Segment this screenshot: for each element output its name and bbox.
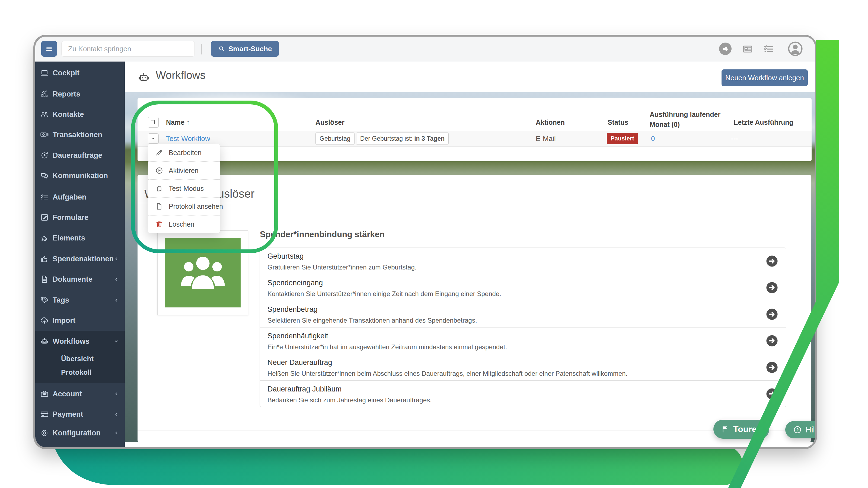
context-menu-item-aktivieren[interactable]: Aktivieren (148, 161, 220, 179)
document-icon (40, 274, 49, 284)
column-name-label: Name (166, 119, 184, 126)
trigger-row-spendenhaufigkeit[interactable]: SpendenhäufigkeitEin*e Unterstützer*in h… (260, 327, 786, 354)
sidebar-item-label: Tags (53, 296, 69, 304)
pencil-icon (155, 149, 163, 157)
sidebar-item-label: Transaktionen (53, 131, 102, 139)
todo-list-icon[interactable] (763, 43, 775, 55)
sidebar-item-dauerauftrage[interactable]: Daueraufträge (35, 148, 125, 163)
new-workflow-button[interactable]: Neuen Workflow anlegen (721, 69, 808, 86)
sidebar-item-label: Elements (53, 234, 85, 242)
workflow-name-link[interactable]: Test-Workflow (166, 134, 210, 143)
help-button[interactable]: ? Hilfe (785, 421, 815, 438)
help-label: Hilfe (806, 425, 815, 434)
sidebar-subitem-protokoll[interactable]: Protokoll (35, 365, 125, 380)
trigger-row-spendenbetrag[interactable]: SpendenbetragSelektieren Sie eingehende … (260, 301, 786, 327)
trigger-description: Selektieren Sie eingehende Transaktionen… (268, 317, 477, 324)
sidebar-item-kommunikation[interactable]: Kommunikation (35, 168, 125, 183)
sidebar-item-kontakte[interactable]: Kontakte (35, 107, 125, 122)
arrow-right-circle-icon (765, 307, 779, 321)
sidebar-item-import[interactable]: Import (35, 313, 125, 328)
robot-icon (40, 337, 49, 346)
row-actions: E-Mail (536, 134, 556, 143)
sidebar-item-workflows[interactable]: Workflows (35, 334, 125, 349)
context-menu-item-bearbeiten[interactable]: Bearbeiten (148, 144, 220, 161)
sidebar-item-spendenaktionen[interactable]: Spendenaktionen (35, 251, 125, 266)
arrow-right-circle-icon (765, 281, 779, 295)
chevron-left-icon (113, 391, 119, 397)
menu-button[interactable] (41, 41, 57, 57)
sidebar-item-payment[interactable]: Payment (35, 407, 125, 422)
svg-text:?: ? (796, 427, 799, 432)
trigger-title: Spendenhäufigkeit (268, 332, 328, 340)
sidebar-item-dokumente[interactable]: Dokumente (35, 272, 125, 287)
flag-icon (721, 425, 730, 433)
sidebar-item-aufgaben[interactable]: Aufgaben (35, 190, 125, 205)
trigger-row-geburtstag[interactable]: GeburtstagGratulieren Sie Unterstützer*i… (260, 248, 786, 274)
context-menu-item-label: Protokoll ansehen (169, 202, 223, 210)
recurring-icon (40, 151, 49, 160)
section-heading: Spender*innenbindung stärken (260, 230, 384, 239)
sort-button[interactable] (148, 117, 159, 128)
trigger-title: Spendeneingang (268, 279, 323, 287)
page-header: Workflows Neuen Workflow anlegen (125, 62, 815, 92)
sidebar-item-label: Dokumente (53, 275, 93, 284)
smart-search-button[interactable]: Smart-Suche (211, 41, 279, 57)
trigger-row-neuer-dauerauftrag[interactable]: Neuer DauerauftragHeißen Sie Unterstütze… (260, 354, 786, 380)
chevron-left-icon (113, 256, 119, 262)
sidebar-item-label: Konfiguration (53, 429, 101, 437)
search-input[interactable] (61, 41, 195, 57)
sidebar-item-transaktionen[interactable]: Transaktionen (35, 127, 125, 142)
context-menu-item-label: Bearbeiten (169, 149, 202, 157)
caret-down-icon (150, 135, 156, 141)
trigger-description: Ein*e Unterstützer*in hat im ausgewählte… (268, 343, 507, 351)
row-actions-dropdown-button[interactable] (148, 133, 159, 144)
robot-icon (137, 71, 151, 84)
row-context-menu: BearbeitenAktivierenTest-ModusProtokoll … (148, 144, 220, 233)
workflow-table-row: Test-Workflow GeburtstagDer Geburtstag i… (137, 131, 812, 147)
play-icon (155, 166, 163, 174)
trigger-panel: Wähle einen Auslöser Spender*innenbindun… (137, 175, 811, 442)
card-icon (40, 410, 49, 419)
context-menu-item-label: Löschen (169, 220, 194, 228)
sidebar-subitem-ubersicht[interactable]: Übersicht (35, 351, 125, 366)
sidebar-item-cockpit[interactable]: Cockpit (35, 65, 125, 80)
column-letzte: Letzte Ausführung (734, 119, 794, 126)
trigger-title: Spendenbetrag (268, 305, 318, 314)
sidebar-item-reports[interactable]: Reports (35, 87, 125, 102)
sidebar-item-label: Kontakte (53, 110, 84, 119)
context-menu-item-test-modus[interactable]: Test-Modus (148, 179, 220, 197)
column-name[interactable]: Name ↑ (166, 119, 190, 126)
sidebar-item-label: Workflows (53, 337, 90, 346)
sidebar-item-konfiguration[interactable]: Konfiguration (35, 425, 125, 441)
form-icon (40, 213, 49, 222)
app-window: Smart-Suche CockpitReportsKontakteTransa… (35, 37, 815, 447)
tours-button[interactable]: Touren (713, 420, 769, 438)
thumbsup-icon (40, 254, 49, 263)
trigger-badge: Geburtstag (315, 133, 354, 145)
executions-link[interactable]: 0 (651, 134, 655, 143)
trigger-row-spendeneingang[interactable]: SpendeneingangKontaktieren Sie Unterstüt… (260, 274, 786, 301)
workflow-table-panel: Name ↑ Auslöser Aktionen Status Ausführu… (137, 98, 812, 161)
context-menu-item-loschen[interactable]: Löschen (148, 215, 220, 233)
chevron-down-icon (113, 338, 119, 344)
trigger-row-dauerauftrag-jubilaum[interactable]: Dauerauftrag JubiläumBedanken Sie sich z… (260, 380, 786, 407)
user-avatar-icon[interactable] (787, 40, 804, 57)
sidebar-item-elements[interactable]: Elements (35, 230, 125, 246)
announcements-button[interactable] (719, 42, 732, 55)
sidebar-item-tags[interactable]: Tags (35, 293, 125, 308)
sidebar-item-formulare[interactable]: Formulare (35, 210, 125, 225)
chart-icon (40, 90, 49, 99)
chevron-left-icon (113, 276, 119, 282)
gear-icon (40, 428, 49, 437)
sidebar-item-label: Reports (53, 90, 80, 98)
trigger-detail-bold: in 3 Tagen (414, 135, 444, 142)
file-icon (155, 202, 163, 210)
category-tile[interactable] (157, 230, 248, 315)
context-menu-item-label: Aktivieren (169, 167, 198, 174)
sidebar-item-account[interactable]: Account (35, 386, 125, 401)
context-menu-item-protokoll-ansehen[interactable]: Protokoll ansehen (148, 197, 220, 215)
megaphone-icon (721, 45, 729, 53)
laptop-icon (40, 68, 49, 77)
news-icon[interactable] (742, 43, 753, 55)
trigger-detail-prefix: Der Geburtstag ist: (360, 135, 414, 142)
